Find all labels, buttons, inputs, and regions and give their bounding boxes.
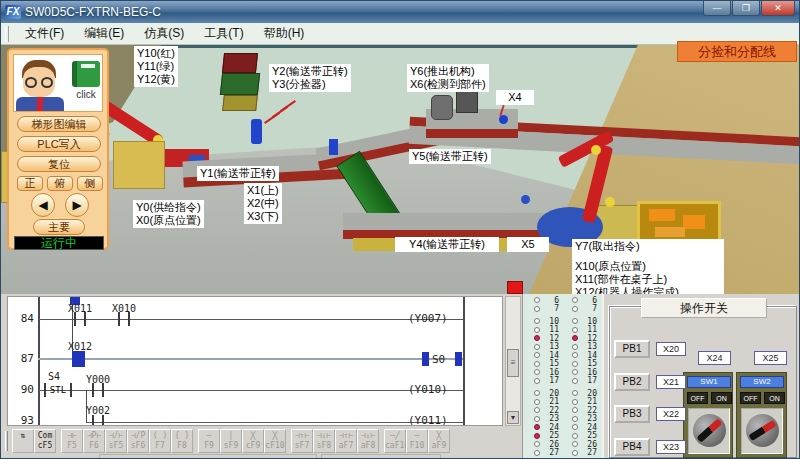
tag-x20: X20 xyxy=(656,342,686,356)
ladder-tool-aF9[interactable]: ╳aF9 xyxy=(428,429,450,453)
x-num: 17 xyxy=(543,376,559,385)
sw1-off-button[interactable]: OFF xyxy=(687,392,708,404)
x-led-17 xyxy=(534,378,540,384)
plc-write-button[interactable]: PLC写入 xyxy=(17,136,101,152)
ladder-tool-sF7[interactable]: ⊣↑⊢sF7 xyxy=(291,429,313,453)
conveyor-y4 xyxy=(343,213,559,239)
y-led-21 xyxy=(572,399,578,405)
close-button[interactable]: ✕ xyxy=(761,1,795,16)
x-led-13 xyxy=(534,344,540,350)
y-led-10 xyxy=(572,318,578,324)
window-title: SW0D5C-FXTRN-BEG-C xyxy=(25,5,161,19)
view-side-button[interactable]: 侧 xyxy=(77,176,103,191)
y-led-24 xyxy=(572,424,578,430)
label-x5: X5 xyxy=(507,237,549,252)
belt-surface xyxy=(343,213,559,230)
sensor-x5-dot xyxy=(521,195,530,204)
menu-item-0[interactable]: 文件(F) xyxy=(15,23,74,44)
y-led-25 xyxy=(572,433,578,439)
sw2-rotary-knob[interactable] xyxy=(746,414,779,447)
ladder-tool-F5[interactable]: ⊣⊢F5 xyxy=(61,429,83,453)
sw2-off-button[interactable]: OFF xyxy=(740,392,761,404)
vertical-scrollbar[interactable]: ≡ ▼ xyxy=(505,296,521,426)
step-number: 90 xyxy=(8,383,34,396)
ladder-edit-button[interactable]: 梯形图编辑 xyxy=(17,116,101,132)
io-row-17: 1717 xyxy=(523,377,602,386)
io-row-16: 1616 xyxy=(523,368,602,377)
y-led-15 xyxy=(572,361,578,367)
y-led-16 xyxy=(572,369,578,375)
sensor-blue-small xyxy=(329,139,338,155)
main-view-button[interactable]: 主要 xyxy=(33,219,85,235)
ladder-tool-F10[interactable]: ─F10 xyxy=(406,429,428,453)
io-row-23: 2323 xyxy=(523,415,602,424)
push-button-pb3[interactable]: PB3 xyxy=(614,405,650,423)
ladder-tool-aF7[interactable]: ⊣↑⊢aF7 xyxy=(335,429,357,453)
scroll-down-arrow[interactable]: ▼ xyxy=(507,411,519,424)
label-y2-y3: Y2(输送带正转)Y3(分捡器) xyxy=(269,64,351,92)
ladder-tool-F8[interactable]: { }F8 xyxy=(171,429,193,453)
left-power-rail xyxy=(38,297,40,426)
menu-item-4[interactable]: 帮助(H) xyxy=(254,23,315,44)
next-view-button[interactable]: ▶ xyxy=(65,193,89,217)
ladder-toolbar: ⇅ComcF5⊣⊢F5⊣P⊢F6⊣/⊢sF5⊣/PsF6( )F7{ }F8─F… xyxy=(3,428,513,454)
scrollbar-thumb[interactable]: ≡ xyxy=(507,349,519,377)
ladder-tool-cF10[interactable]: ╳cF10 xyxy=(264,429,286,453)
stl-instruction: STL xyxy=(44,383,72,397)
ladder-tool-btn0[interactable]: ⇅ xyxy=(12,429,34,453)
io-row-11: 1111 xyxy=(523,326,602,335)
ladder-tool-sF6[interactable]: ⊣/PsF6 xyxy=(127,429,149,453)
help-book-icon[interactable] xyxy=(72,61,100,87)
push-button-pb1[interactable]: PB1 xyxy=(614,340,650,358)
ladder-tool-aF8[interactable]: ⊣↓⊢aF8 xyxy=(357,429,379,453)
ladder-tool-F7[interactable]: ( )F7 xyxy=(149,429,171,453)
ladder-tool-sF9[interactable]: │sF9 xyxy=(220,429,242,453)
sw1-on-button[interactable]: ON xyxy=(711,392,732,404)
ladder-tool-cF5[interactable]: ComcF5 xyxy=(34,429,56,453)
x-led-27 xyxy=(534,450,540,456)
push-button-pb4[interactable]: PB4 xyxy=(614,438,650,456)
app-window: FX SW0D5C-FXTRN-BEG-C — ❐ ✕ 文件(F)编辑(E)仿真… xyxy=(0,0,800,459)
title-bar[interactable]: FX SW0D5C-FXTRN-BEG-C — ❐ ✕ xyxy=(1,1,800,23)
view-top-button[interactable]: 俯 xyxy=(47,176,73,191)
label-y4: Y4(输送带正转) xyxy=(395,237,499,252)
tag-x25: X25 xyxy=(754,351,787,365)
ladder-tool-sF8[interactable]: ⊣↓⊢sF8 xyxy=(313,429,335,453)
label-y10-y11-y12: Y10(红)Y11(绿)Y12(黄) xyxy=(134,46,178,87)
ladder-tool-F9[interactable]: ─F9 xyxy=(198,429,220,453)
bottom-section: 84 X011 X010 (Y007) 87 X012 S0 90 xyxy=(1,294,800,459)
maximize-button[interactable]: ❐ xyxy=(732,1,760,16)
y-led-17 xyxy=(572,378,578,384)
tag-x23: X23 xyxy=(656,440,686,454)
io-row-26: 2626 xyxy=(523,440,602,449)
tray-part xyxy=(655,227,685,237)
ladder-tool-F6[interactable]: ⊣P⊢F6 xyxy=(83,429,105,453)
platform-front-edge xyxy=(426,129,518,138)
menu-item-2[interactable]: 仿真(S) xyxy=(134,23,194,44)
status-cell xyxy=(321,454,441,459)
io-row-7: 77 xyxy=(523,305,602,314)
ladder-canvas[interactable]: 84 X011 X010 (Y007) 87 X012 S0 90 xyxy=(7,296,503,426)
toolbar-grip xyxy=(5,431,8,451)
y-led-20 xyxy=(572,390,578,396)
io-row-20: 2020 xyxy=(523,389,602,398)
parts-box-yellow xyxy=(113,141,165,189)
sw2-on-button[interactable]: ON xyxy=(764,392,785,404)
view-front-button[interactable]: 正 xyxy=(17,176,43,191)
coil-s0: S0 xyxy=(432,353,445,366)
tray-part xyxy=(683,215,705,229)
io-row-14: 1414 xyxy=(523,351,602,360)
ladder-tool-sF5[interactable]: ⊣/⊢sF5 xyxy=(105,429,127,453)
ladder-tool-caF10[interactable]: ─╱caF10 xyxy=(384,429,406,453)
prev-view-button[interactable]: ◀ xyxy=(31,193,55,217)
reset-button[interactable]: 复位 xyxy=(17,156,101,172)
minimize-button[interactable]: — xyxy=(703,1,731,16)
status-cell xyxy=(99,454,317,459)
simulation-3d-view[interactable]: Y10(红)Y11(绿)Y12(黄)Y2(输送带正转)Y3(分捡器)Y6(推出机… xyxy=(1,45,800,294)
ladder-tool-cF9[interactable]: ╳cF9 xyxy=(242,429,264,453)
sw1-rotary-knob[interactable] xyxy=(693,414,726,447)
push-button-pb2[interactable]: PB2 xyxy=(614,373,650,391)
menu-item-1[interactable]: 编辑(E) xyxy=(74,23,134,44)
label-y5: Y5(输送带正转) xyxy=(409,149,491,164)
menu-item-3[interactable]: 工具(T) xyxy=(194,23,253,44)
